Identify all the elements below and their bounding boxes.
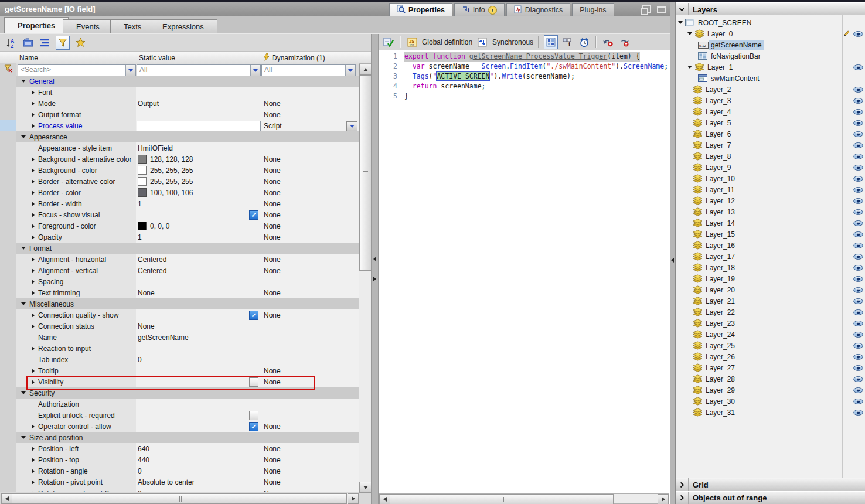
property-group-row[interactable]: Miscellaneous [0, 298, 359, 309]
layer-row[interactable]: Layer_22 [676, 307, 865, 318]
value-checkbox[interactable]: ✓ [249, 210, 258, 220]
property-name-cell[interactable]: Miscellaneous [16, 298, 359, 310]
splitter-collapse-left-icon[interactable] [373, 257, 376, 261]
layer-row[interactable]: Layer_23 [676, 318, 865, 329]
property-grid-vscrollbar[interactable] [359, 63, 372, 493]
property-name-cell[interactable]: Authorization [16, 399, 137, 410]
layer-visibility-eye-icon[interactable] [853, 86, 864, 94]
static-value-cell[interactable]: 128, 128, 128 [136, 154, 263, 165]
property-name-cell[interactable]: Size and position [16, 432, 359, 444]
dyn-filter-dropdown-icon[interactable] [345, 65, 355, 76]
property-row[interactable]: TooltipNone [0, 365, 359, 376]
dynamization-cell[interactable]: Script [261, 120, 359, 132]
static-value-cell[interactable] [136, 276, 263, 288]
dynamization-cell[interactable]: None [261, 187, 359, 199]
property-name-cell[interactable]: Focus - show visual [16, 209, 137, 221]
column-header-static-value[interactable]: Static value [136, 52, 264, 64]
dynamization-cell[interactable] [261, 87, 359, 98]
layer-row[interactable]: Layer_21 [676, 295, 865, 307]
property-name-cell[interactable]: Appearance [16, 131, 359, 143]
expand-arrow-icon[interactable] [32, 190, 35, 195]
objects-expand-icon[interactable] [676, 492, 689, 504]
property-name-cell[interactable]: Format [16, 243, 359, 254]
property-name-cell[interactable]: Foreground - color [16, 220, 137, 232]
static-value-cell[interactable] [136, 343, 263, 355]
filter-icon[interactable] [56, 36, 70, 50]
layer-visibility-eye-icon[interactable] [853, 64, 864, 72]
dynamization-filter[interactable]: All [261, 64, 356, 76]
property-grid-hscrollbar[interactable] [1, 493, 359, 504]
sort-az-icon[interactable]: AZ [5, 36, 18, 49]
static-value-cell[interactable]: Centered [136, 254, 263, 265]
property-group-row[interactable]: Appearance [0, 131, 359, 142]
expand-arrow-icon[interactable] [32, 235, 35, 240]
dynamization-cell[interactable] [261, 410, 359, 421]
tab-texts[interactable]: Texts [110, 19, 155, 33]
expand-arrow-icon[interactable] [32, 168, 35, 173]
dynamization-cell[interactable] [261, 332, 359, 343]
property-row[interactable]: NamegetScreenName [0, 332, 359, 343]
filter-clear-icon[interactable] [4, 64, 12, 74]
layer-row[interactable]: Layer_9 [676, 162, 865, 173]
property-name-cell[interactable]: Tooltip [16, 365, 137, 377]
property-row[interactable]: Tab index0 [0, 354, 359, 365]
layer-visibility-eye-icon[interactable] [853, 242, 864, 250]
property-name-cell[interactable]: Explicit unlock - required [16, 410, 137, 421]
expand-arrow-icon[interactable] [32, 179, 35, 184]
layer-row[interactable]: Layer_19 [676, 273, 865, 284]
property-name-cell[interactable]: Output format [16, 109, 137, 121]
layer-visibility-eye-icon[interactable] [853, 197, 864, 206]
group-expanded-icon[interactable] [21, 80, 26, 83]
layer-row[interactable]: Layer_12 [676, 195, 865, 206]
dynamization-cell[interactable] [261, 343, 359, 355]
layer-row[interactable]: Layer_13 [676, 206, 865, 217]
layer-row[interactable]: Layer_0 [676, 28, 865, 39]
static-value-cell[interactable]: 640 [136, 443, 263, 455]
scroll-right-button[interactable] [658, 494, 669, 504]
static-value-cell[interactable] [136, 109, 263, 121]
layer-row[interactable]: Layer_1 [676, 62, 865, 73]
property-row[interactable]: Position - left640None [0, 443, 359, 454]
tab-diagnostics[interactable]: Diagnostics [506, 3, 571, 16]
dynamization-cell[interactable]: None [261, 165, 359, 176]
expand-arrow-icon[interactable] [32, 291, 35, 295]
column-header-name[interactable]: Name [16, 52, 139, 64]
scroll-left-button[interactable] [1, 493, 12, 504]
static-value-cell[interactable] [136, 120, 263, 132]
value-checkbox[interactable]: ✓ [249, 311, 258, 320]
dynamization-dropdown-icon[interactable] [346, 121, 357, 131]
property-name-cell[interactable]: Visibility [16, 376, 137, 388]
property-row[interactable]: Opacity1None [0, 231, 359, 243]
layer-row[interactable]: Layer_14 [676, 217, 865, 229]
dynamization-cell[interactable]: None [261, 198, 359, 210]
static-value-cell[interactable]: 1 [136, 231, 263, 243]
property-row[interactable]: Explicit unlock - required [0, 410, 359, 421]
static-value-filter[interactable]: All [137, 64, 261, 76]
layer-row[interactable]: Layer_31 [676, 407, 865, 418]
static-value-cell[interactable]: Absolute to center [136, 476, 263, 488]
layer-row[interactable]: Layer_4 [676, 106, 865, 117]
layer-visibility-eye-icon[interactable] [853, 186, 864, 195]
search-input[interactable]: <Search> [18, 64, 136, 76]
tab-expressions[interactable]: Expressions [149, 19, 217, 33]
value-checkbox[interactable]: ✓ [249, 422, 258, 431]
trigger-clock-icon[interactable] [578, 36, 591, 49]
property-row[interactable]: Rotation - angle0None [0, 465, 359, 476]
dynamization-cell[interactable] [261, 321, 359, 332]
layer-visibility-eye-icon[interactable] [853, 365, 864, 373]
layer-row[interactable]: ROOT_SCREEN [676, 17, 865, 28]
group-expanded-icon[interactable] [21, 247, 26, 250]
expand-arrow-icon[interactable] [32, 202, 35, 206]
color-swatch[interactable] [138, 155, 147, 164]
property-name-cell[interactable]: Tab index [16, 354, 137, 366]
layer-row[interactable]: Layer_2 [676, 84, 865, 95]
layer-visibility-eye-icon[interactable] [853, 264, 864, 273]
expand-arrow-icon[interactable] [32, 313, 35, 318]
expand-arrow-icon[interactable] [32, 447, 35, 451]
property-name-cell[interactable]: Border - color [16, 187, 137, 199]
category-view-icon[interactable] [22, 36, 35, 49]
validate-script-icon[interactable] [382, 36, 395, 49]
dynamization-cell[interactable]: None [261, 98, 359, 110]
property-row[interactable]: Position - top440None [0, 454, 359, 465]
layer-visibility-eye-icon[interactable] [853, 209, 864, 217]
